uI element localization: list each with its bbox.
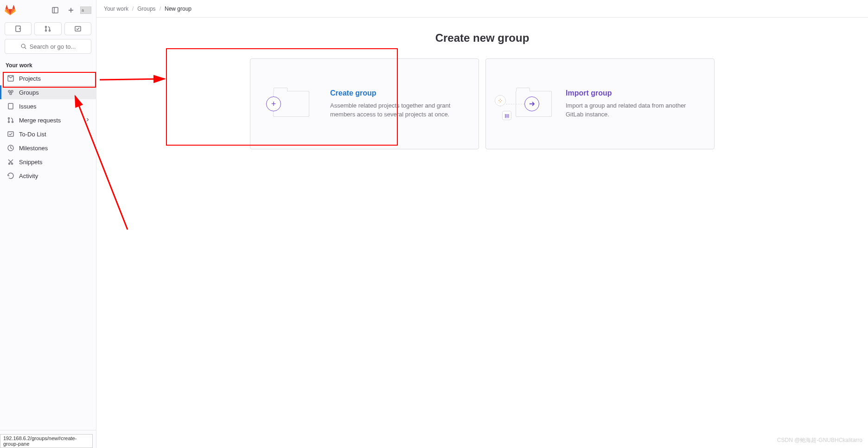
gitlab-logo-icon[interactable] — [5, 5, 16, 16]
nav-section-title: Your work — [0, 58, 96, 71]
create-issue-button[interactable] — [5, 22, 32, 35]
plus-circle-icon: + — [266, 96, 281, 111]
breadcrumb-separator: / — [160, 6, 161, 12]
panel-toggle-icon[interactable] — [49, 4, 62, 17]
create-group-card[interactable]: + Create group Assemble related projects… — [250, 58, 479, 149]
watermark: CSDN @鲍海超-GNUBHCkalitarro — [777, 436, 862, 444]
card-text: Create group Assemble related projects t… — [330, 89, 466, 119]
sidebar-item-todo[interactable]: To-Do List — [0, 127, 96, 141]
card-description: Assemble related projects together and g… — [330, 101, 466, 119]
sidebar-item-label: Activity — [19, 173, 38, 179]
sidebar-item-label: Merge requests — [19, 117, 61, 124]
breadcrumb: Your work / Groups / New group — [96, 0, 868, 18]
arrow-circle-icon — [524, 96, 539, 111]
svg-point-8 — [45, 30, 47, 32]
sidebar-item-activity[interactable]: Activity — [0, 169, 96, 183]
svg-point-14 — [8, 90, 10, 92]
issues-icon — [7, 102, 14, 110]
sidebar-item-label: Issues — [19, 103, 37, 110]
chevron-right-icon — [85, 117, 90, 124]
sidebar-item-groups[interactable]: Groups — [0, 85, 96, 99]
status-url: 192.168.6.2/groups/new#create-group-pane — [0, 434, 93, 448]
breadcrumb-current: New group — [165, 6, 191, 12]
header-icons: a — [49, 4, 91, 17]
svg-point-20 — [12, 122, 13, 123]
sidebar-item-milestones[interactable]: Milestones — [0, 141, 96, 155]
nodes-icon: ⁘ — [495, 95, 506, 106]
breadcrumb-link[interactable]: Groups — [137, 6, 155, 12]
activity-icon — [7, 172, 14, 179]
search-placeholder: Search or go to... — [30, 43, 76, 50]
main: Your work / Groups / New group Create ne… — [96, 0, 868, 448]
svg-rect-0 — [52, 7, 58, 13]
svg-line-12 — [25, 47, 26, 49]
merge-request-button[interactable] — [34, 22, 61, 35]
avatar[interactable]: a — [80, 6, 91, 14]
sidebar-item-label: To-Do List — [19, 131, 46, 138]
snippets-icon — [7, 158, 14, 166]
sidebar-item-snippets[interactable]: Snippets — [0, 155, 96, 169]
project-icon — [7, 75, 14, 82]
plus-icon[interactable] — [64, 4, 77, 17]
svg-point-15 — [11, 90, 13, 92]
toolbar-row — [0, 20, 96, 39]
svg-point-9 — [49, 30, 51, 32]
import-group-card[interactable]: ⁘ ▤ Import group Import a group and rela… — [485, 58, 715, 149]
content: Create new group + Create group Assemble… — [96, 18, 868, 163]
card-text: Import group Import a group and related … — [566, 89, 701, 119]
sidebar-item-merge-requests[interactable]: Merge requests — [0, 113, 96, 127]
card-title: Import group — [566, 89, 701, 97]
breadcrumb-separator: / — [132, 6, 134, 12]
svg-point-19 — [8, 122, 10, 123]
create-group-illustration: + — [263, 85, 319, 122]
avatar-text: a — [82, 8, 84, 13]
todo-button[interactable] — [64, 22, 91, 35]
svg-point-16 — [10, 93, 12, 95]
svg-point-11 — [21, 44, 25, 48]
sidebar-header: a — [0, 0, 96, 20]
sidebar-item-issues[interactable]: Issues — [0, 99, 96, 113]
search-icon — [20, 43, 27, 50]
database-icon: ▤ — [502, 111, 511, 120]
card-title: Create group — [330, 89, 466, 97]
group-icon — [7, 89, 14, 96]
svg-point-7 — [45, 26, 47, 28]
sidebar: a Search or go to... Your work Projects … — [0, 0, 96, 448]
sidebar-item-label: Groups — [19, 89, 39, 96]
merge-icon — [7, 116, 14, 124]
svg-rect-17 — [8, 103, 13, 109]
sidebar-item-label: Projects — [19, 75, 41, 82]
card-row: + Create group Assemble related projects… — [104, 58, 861, 149]
milestone-icon — [7, 144, 14, 152]
page-title: Create new group — [104, 32, 861, 45]
import-group-illustration: ⁘ ▤ — [499, 85, 555, 122]
sidebar-item-label: Milestones — [19, 145, 48, 152]
todo-icon — [7, 130, 14, 138]
sidebar-item-projects[interactable]: Projects — [0, 71, 96, 85]
sidebar-item-label: Snippets — [19, 159, 43, 166]
breadcrumb-link[interactable]: Your work — [104, 6, 128, 12]
card-description: Import a group and related data from ano… — [566, 101, 701, 119]
svg-point-18 — [8, 118, 10, 119]
search-input[interactable]: Search or go to... — [5, 39, 91, 54]
